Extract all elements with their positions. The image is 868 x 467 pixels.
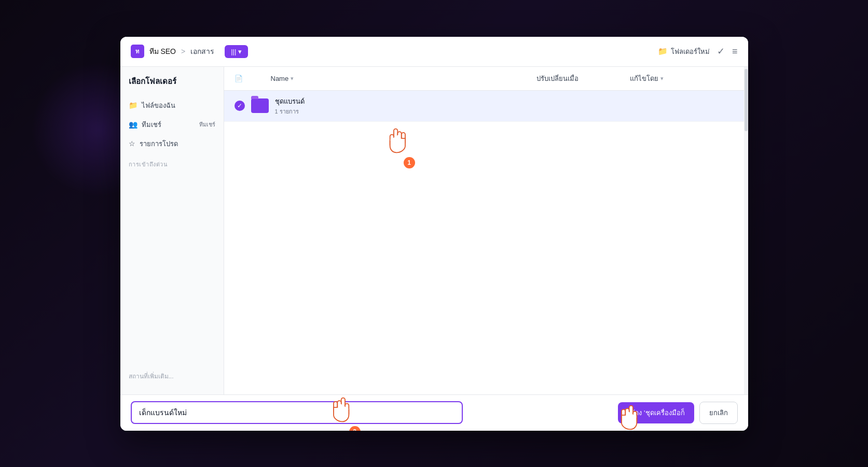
file-info: ชุดแบรนด์ 1 รายการ xyxy=(275,96,734,116)
file-name-label: ชุดแบรนด์ xyxy=(275,96,734,107)
topbar-right-actions: 📁 โฟลเดอร์ใหม่ ✓ ≡ xyxy=(658,46,738,57)
cancel-button[interactable]: ยกเลิก xyxy=(699,402,738,424)
more-options-icon[interactable]: ≡ xyxy=(732,46,738,57)
modal-body: เลือกโฟลเดอร์ 📁 ไฟล์ของฉัน 👥 ทีมเชร์ ทีม… xyxy=(120,67,748,394)
create-button[interactable]: สร้าง 'ชุดเครื่องมือก็ xyxy=(618,402,694,423)
file-list: ✓ ชุดแบรนด์ 1 รายการ xyxy=(224,91,744,394)
cursor-2-number: 2 xyxy=(349,426,361,431)
team-badge: ท xyxy=(131,45,144,58)
table-row[interactable]: ✓ ชุดแบรนด์ 1 รายการ xyxy=(224,91,744,122)
breadcrumb-docs[interactable]: เอกสาร xyxy=(190,46,214,57)
select-all-col: 📄 xyxy=(235,74,245,83)
file-list-header: 📄 Name ▾ ปรับเปลี่ยนเมื่อ แก้ไขโดย ▾ xyxy=(224,67,744,91)
star-icon: ☆ xyxy=(129,139,135,148)
file-type-icon: 📄 xyxy=(235,75,243,82)
folder-picker-modal: ท ทีม SEO > เอกสาร ||| ▾ 📁 โฟลเดอร์ใหม่ … xyxy=(120,37,748,431)
col-editor-header: แก้ไขโดย ▾ xyxy=(630,73,734,84)
file-area: 📄 Name ▾ ปรับเปลี่ยนเมื่อ แก้ไขโดย ▾ ✓ xyxy=(224,67,744,394)
file-count-label: 1 รายการ xyxy=(275,107,734,116)
sidebar-item-teamshare[interactable]: 👥 ทีมเชร์ ทีมเชร์ xyxy=(120,115,224,134)
folder-name-input[interactable] xyxy=(131,401,463,424)
editor-sort-icon: ▾ xyxy=(660,75,664,82)
sidebar-item-myfiles[interactable]: 📁 ไฟล์ของฉัน xyxy=(120,96,224,115)
breadcrumb-team[interactable]: ทีม SEO xyxy=(149,46,176,57)
folder-color-icon xyxy=(251,98,269,113)
team-share-badge: ทีมเชร์ xyxy=(199,120,215,129)
sidebar-item-favorites[interactable]: ☆ รายการโปรด xyxy=(120,134,224,153)
quick-access-label: การเข้าถึงด่วน xyxy=(120,153,224,171)
folder-plus-icon: 📁 xyxy=(658,47,668,56)
new-folder-button[interactable]: 📁 โฟลเดอร์ใหม่ xyxy=(658,46,710,57)
col-name-header[interactable]: Name ▾ xyxy=(271,75,536,82)
breadcrumb-separator: > xyxy=(181,47,185,55)
modal-bottom-bar: 2 สร้าง 'ชุดเครื่องมือก็ ยกเลิก 3 xyxy=(120,394,748,431)
more-locations-link[interactable]: สถานที่เพิ่มเติม... xyxy=(120,366,224,386)
modal-topbar: ท ทีม SEO > เอกสาร ||| ▾ 📁 โฟลเดอร์ใหม่ … xyxy=(120,37,748,67)
folder-icon: 📁 xyxy=(129,101,137,109)
row-check: ✓ xyxy=(235,101,245,111)
bottom-action-buttons: สร้าง 'ชุดเครื่องมือก็ ยกเลิก xyxy=(618,402,737,424)
people-icon: 👥 xyxy=(129,120,137,129)
scrollbar[interactable] xyxy=(744,67,748,394)
scrollbar-thumb[interactable] xyxy=(745,69,748,131)
view-toggle-button[interactable]: ||| ▾ xyxy=(225,45,248,58)
confirm-icon[interactable]: ✓ xyxy=(717,46,725,57)
sidebar: เลือกโฟลเดอร์ 📁 ไฟล์ของฉัน 👥 ทีมเชร์ ทีม… xyxy=(120,67,224,394)
sidebar-title: เลือกโฟลเดอร์ xyxy=(120,75,224,96)
col-modified-header: ปรับเปลี่ยนเมื่อ xyxy=(536,73,630,84)
sort-icon: ▾ xyxy=(291,75,294,82)
